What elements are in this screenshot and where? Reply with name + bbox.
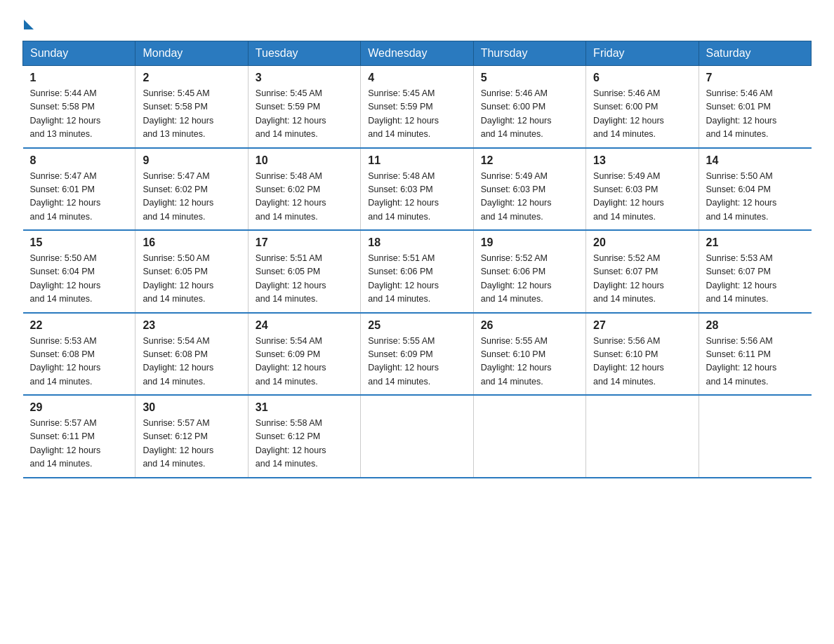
calendar-cell [473,395,585,478]
calendar-cell: 3 Sunrise: 5:45 AMSunset: 5:59 PMDayligh… [248,66,360,148]
day-number: 29 [30,401,128,414]
day-number: 2 [143,72,240,84]
calendar-cell: 23 Sunrise: 5:54 AMSunset: 6:08 PMDaylig… [135,313,248,396]
day-number: 28 [706,319,805,332]
day-number: 31 [256,401,353,414]
calendar-cell: 28 Sunrise: 5:56 AMSunset: 6:11 PMDaylig… [699,313,811,396]
day-number: 27 [593,319,691,332]
calendar-week-row: 29 Sunrise: 5:57 AMSunset: 6:11 PMDaylig… [23,395,812,478]
day-info: Sunrise: 5:45 AMSunset: 5:58 PMDaylight:… [143,88,213,139]
day-info: Sunrise: 5:53 AMSunset: 6:08 PMDaylight:… [30,336,101,387]
day-number: 5 [481,72,578,84]
column-header-monday: Monday [135,41,248,66]
calendar-cell: 31 Sunrise: 5:58 AMSunset: 6:12 PMDaylig… [248,395,360,478]
day-number: 26 [481,319,578,332]
calendar-header-row: SundayMondayTuesdayWednesdayThursdayFrid… [23,41,812,66]
day-info: Sunrise: 5:56 AMSunset: 6:10 PMDaylight:… [593,336,664,387]
calendar-cell: 14 Sunrise: 5:50 AMSunset: 6:04 PMDaylig… [699,148,811,231]
calendar-cell: 1 Sunrise: 5:44 AMSunset: 5:58 PMDayligh… [23,66,135,148]
day-info: Sunrise: 5:55 AMSunset: 6:10 PMDaylight:… [481,336,552,387]
calendar-week-row: 22 Sunrise: 5:53 AMSunset: 6:08 PMDaylig… [23,313,812,396]
day-info: Sunrise: 5:50 AMSunset: 6:04 PMDaylight:… [706,171,777,222]
day-number: 10 [256,154,353,167]
column-header-wednesday: Wednesday [361,41,473,66]
calendar-cell [586,395,699,478]
day-info: Sunrise: 5:56 AMSunset: 6:11 PMDaylight:… [706,336,777,387]
calendar-week-row: 8 Sunrise: 5:47 AMSunset: 6:01 PMDayligh… [23,148,812,231]
calendar-cell: 5 Sunrise: 5:46 AMSunset: 6:00 PMDayligh… [473,66,585,148]
day-info: Sunrise: 5:55 AMSunset: 6:09 PMDaylight:… [368,336,439,387]
day-info: Sunrise: 5:52 AMSunset: 6:07 PMDaylight:… [593,253,664,304]
column-header-thursday: Thursday [473,41,585,66]
day-number: 18 [368,236,465,249]
day-number: 23 [143,319,240,332]
column-header-sunday: Sunday [23,41,135,66]
day-info: Sunrise: 5:45 AMSunset: 5:59 PMDaylight:… [368,88,439,139]
logo [22,17,34,27]
logo-arrow-icon [24,20,34,29]
calendar-cell: 17 Sunrise: 5:51 AMSunset: 6:05 PMDaylig… [248,230,360,313]
calendar-cell: 2 Sunrise: 5:45 AMSunset: 5:58 PMDayligh… [135,66,248,148]
day-info: Sunrise: 5:49 AMSunset: 6:03 PMDaylight:… [481,171,552,222]
calendar-cell: 8 Sunrise: 5:47 AMSunset: 6:01 PMDayligh… [23,148,135,231]
day-number: 20 [593,236,691,249]
day-number: 15 [30,236,128,249]
calendar-cell: 22 Sunrise: 5:53 AMSunset: 6:08 PMDaylig… [23,313,135,396]
column-header-friday: Friday [586,41,699,66]
day-info: Sunrise: 5:46 AMSunset: 6:00 PMDaylight:… [593,88,664,139]
day-info: Sunrise: 5:50 AMSunset: 6:05 PMDaylight:… [143,253,213,304]
calendar-table: SundayMondayTuesdayWednesdayThursdayFrid… [22,41,812,478]
day-info: Sunrise: 5:44 AMSunset: 5:58 PMDaylight:… [30,88,101,139]
day-number: 13 [593,154,691,167]
calendar-cell [361,395,473,478]
calendar-cell: 19 Sunrise: 5:52 AMSunset: 6:06 PMDaylig… [473,230,585,313]
day-info: Sunrise: 5:49 AMSunset: 6:03 PMDaylight:… [593,171,664,222]
page-header [22,17,812,27]
day-info: Sunrise: 5:47 AMSunset: 6:01 PMDaylight:… [30,171,101,222]
calendar-cell: 25 Sunrise: 5:55 AMSunset: 6:09 PMDaylig… [361,313,473,396]
day-number: 4 [368,72,465,84]
day-info: Sunrise: 5:46 AMSunset: 6:01 PMDaylight:… [706,88,777,139]
day-number: 9 [143,154,240,167]
day-number: 8 [30,154,128,167]
calendar-cell: 21 Sunrise: 5:53 AMSunset: 6:07 PMDaylig… [699,230,811,313]
day-number: 30 [143,401,240,414]
day-info: Sunrise: 5:46 AMSunset: 6:00 PMDaylight:… [481,88,552,139]
column-header-saturday: Saturday [699,41,811,66]
calendar-cell [699,395,811,478]
day-number: 3 [256,72,353,84]
column-header-tuesday: Tuesday [248,41,360,66]
calendar-cell: 13 Sunrise: 5:49 AMSunset: 6:03 PMDaylig… [586,148,699,231]
day-number: 21 [706,236,805,249]
day-number: 25 [368,319,465,332]
day-number: 7 [706,72,805,84]
day-info: Sunrise: 5:48 AMSunset: 6:03 PMDaylight:… [368,171,439,222]
calendar-week-row: 1 Sunrise: 5:44 AMSunset: 5:58 PMDayligh… [23,66,812,148]
day-number: 12 [481,154,578,167]
day-number: 1 [30,72,128,84]
day-info: Sunrise: 5:53 AMSunset: 6:07 PMDaylight:… [706,253,777,304]
calendar-cell: 30 Sunrise: 5:57 AMSunset: 6:12 PMDaylig… [135,395,248,478]
day-info: Sunrise: 5:51 AMSunset: 6:05 PMDaylight:… [256,253,326,304]
day-info: Sunrise: 5:57 AMSunset: 6:12 PMDaylight:… [143,418,213,469]
calendar-cell: 20 Sunrise: 5:52 AMSunset: 6:07 PMDaylig… [586,230,699,313]
day-info: Sunrise: 5:54 AMSunset: 6:08 PMDaylight:… [143,336,213,387]
calendar-cell: 9 Sunrise: 5:47 AMSunset: 6:02 PMDayligh… [135,148,248,231]
calendar-cell: 15 Sunrise: 5:50 AMSunset: 6:04 PMDaylig… [23,230,135,313]
calendar-cell: 10 Sunrise: 5:48 AMSunset: 6:02 PMDaylig… [248,148,360,231]
day-number: 11 [368,154,465,167]
day-number: 16 [143,236,240,249]
calendar-week-row: 15 Sunrise: 5:50 AMSunset: 6:04 PMDaylig… [23,230,812,313]
day-number: 14 [706,154,805,167]
calendar-cell: 29 Sunrise: 5:57 AMSunset: 6:11 PMDaylig… [23,395,135,478]
day-number: 17 [256,236,353,249]
day-info: Sunrise: 5:45 AMSunset: 5:59 PMDaylight:… [256,88,326,139]
day-number: 22 [30,319,128,332]
day-info: Sunrise: 5:48 AMSunset: 6:02 PMDaylight:… [256,171,326,222]
calendar-cell: 16 Sunrise: 5:50 AMSunset: 6:05 PMDaylig… [135,230,248,313]
day-info: Sunrise: 5:47 AMSunset: 6:02 PMDaylight:… [143,171,213,222]
calendar-cell: 12 Sunrise: 5:49 AMSunset: 6:03 PMDaylig… [473,148,585,231]
day-info: Sunrise: 5:52 AMSunset: 6:06 PMDaylight:… [481,253,552,304]
day-info: Sunrise: 5:50 AMSunset: 6:04 PMDaylight:… [30,253,101,304]
day-info: Sunrise: 5:54 AMSunset: 6:09 PMDaylight:… [256,336,326,387]
